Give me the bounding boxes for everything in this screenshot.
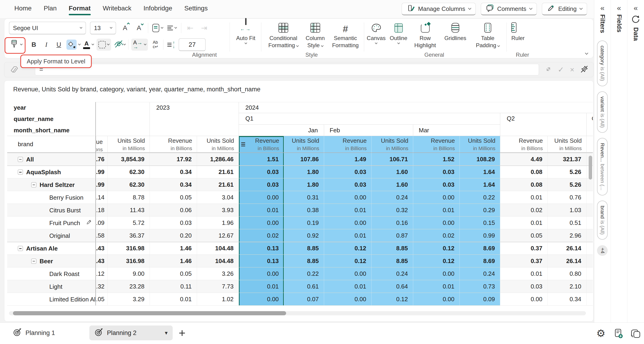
measure-header-units[interactable]: Units Soldin Millions bbox=[197, 136, 239, 153]
filter-pill-category[interactable]: categoryis (All) bbox=[597, 40, 608, 86]
hide-values-button[interactable] bbox=[114, 39, 126, 51]
data-cell[interactable]: 0.34 bbox=[150, 166, 197, 178]
drag-handle-icon[interactable] bbox=[241, 142, 245, 146]
data-cell[interactable]: 0.03 bbox=[500, 280, 548, 293]
data-cell[interactable]: 0.37 bbox=[500, 242, 548, 255]
data-cell[interactable]: 0.19 bbox=[284, 217, 324, 229]
data-cell[interactable]: 3.93 bbox=[197, 204, 239, 217]
data-cell[interactable]: 0.00 bbox=[324, 217, 371, 229]
data-cell[interactable]: 316.98 bbox=[108, 255, 150, 267]
data-cell[interactable]: 26.14 bbox=[548, 255, 586, 267]
menu-tab-plan[interactable]: Plan bbox=[44, 5, 57, 14]
data-cell[interactable]: 21.61 bbox=[197, 166, 239, 178]
header-month-mar[interactable]: Mar bbox=[413, 125, 500, 136]
data-cell[interactable]: .32 bbox=[96, 280, 108, 293]
data-cell[interactable]: 0.03 bbox=[239, 166, 284, 178]
data-cell[interactable]: 0.01 bbox=[500, 267, 548, 280]
measure-header-units[interactable]: Units Soldin Millions bbox=[108, 136, 150, 153]
data-cell[interactable]: 0.76 bbox=[548, 191, 586, 204]
data-cell[interactable]: 1,286.46 bbox=[197, 153, 239, 166]
conditional-formatting-button[interactable]: Conditional Formatting bbox=[266, 21, 301, 49]
data-cell[interactable]: 21.61 bbox=[197, 178, 239, 191]
menu-tab-format[interactable]: Format bbox=[69, 5, 91, 14]
row-height-input[interactable]: 27 bbox=[179, 38, 206, 51]
data-cell[interactable]: 1.46 bbox=[150, 242, 197, 255]
data-cell[interactable]: 0.16 bbox=[371, 217, 413, 229]
data-cell[interactable]: .05 bbox=[96, 293, 108, 306]
data-cell[interactable]: 108.29 bbox=[460, 153, 500, 166]
data-cell[interactable]: 2.96 bbox=[548, 229, 586, 242]
filter-pill-variant[interactable]: variantis (All) bbox=[597, 91, 608, 133]
data-cell[interactable]: 107.86 bbox=[284, 153, 324, 166]
data-cell[interactable]: 3.26 bbox=[197, 267, 239, 280]
data-cell[interactable]: 1.64 bbox=[460, 178, 500, 191]
data-cell[interactable]: 8.85 bbox=[371, 255, 413, 267]
table-padding-button[interactable]: Table Padding bbox=[472, 21, 504, 49]
data-cell[interactable]: 0.00 bbox=[239, 191, 284, 204]
refresh-icon[interactable] bbox=[631, 15, 640, 24]
data-cell[interactable]: 1.96 bbox=[197, 217, 239, 229]
row-header-dark-roast[interactable]: Dark Roast bbox=[7, 267, 96, 280]
fill-color-button[interactable] bbox=[66, 39, 80, 51]
font-size-select[interactable]: 13 bbox=[90, 22, 116, 34]
data-cell[interactable]: 1.52 bbox=[413, 153, 460, 166]
data-cell[interactable]: 1.60 bbox=[371, 166, 413, 178]
data-cell[interactable]: 0.00 bbox=[413, 267, 460, 280]
header-year-2023[interactable]: 2023 bbox=[150, 102, 239, 136]
data-cell[interactable]: 0.03 bbox=[413, 166, 460, 178]
data-cell[interactable]: 1.80 bbox=[284, 166, 324, 178]
measure-header-revenue-selected[interactable]: Revenuein Billions bbox=[239, 136, 284, 153]
data-cell[interactable]: 0.22 bbox=[460, 191, 500, 204]
auto-fit-button[interactable]: ←→ Auto Fit bbox=[232, 21, 259, 44]
data-cell[interactable]: .14 bbox=[96, 191, 108, 204]
data-cell[interactable]: .43 bbox=[96, 242, 108, 255]
horizontal-align-button[interactable] bbox=[167, 22, 177, 34]
data-cell[interactable]: 0.22 bbox=[284, 267, 324, 280]
data-cell[interactable]: 0.03 bbox=[150, 217, 197, 229]
row-height-button[interactable]: ↑↓ bbox=[166, 39, 176, 51]
row-header-aquasplash[interactable]: AquaSplash bbox=[7, 166, 96, 178]
data-cell[interactable]: 0.12 bbox=[324, 255, 371, 267]
data-cell[interactable]: 0.87 bbox=[371, 229, 413, 242]
expand-data-icon[interactable]: « bbox=[634, 4, 638, 11]
menu-tab-infobridge[interactable]: Infobridge bbox=[144, 5, 172, 14]
data-cell[interactable]: 0.51 bbox=[548, 217, 586, 229]
data-cell[interactable]: 0.12 bbox=[371, 293, 413, 306]
settings-gear-icon[interactable]: ⚙ bbox=[596, 328, 605, 339]
data-cell[interactable]: 1.64 bbox=[460, 166, 500, 178]
measure-header-units[interactable]: Units Soldin Millions bbox=[371, 136, 413, 153]
data-cell[interactable]: 0.08 bbox=[500, 178, 548, 191]
data-cell[interactable]: 0.13 bbox=[239, 242, 284, 255]
data-cell[interactable]: 0.34 bbox=[150, 178, 197, 191]
data-cell[interactable]: 104.48 bbox=[197, 255, 239, 267]
data-cell[interactable]: 0.29 bbox=[460, 204, 500, 217]
sheet-tab-planning-2-active[interactable]: Planning 2 ▾ bbox=[89, 326, 173, 340]
brand-column-header[interactable]: brand bbox=[7, 136, 96, 153]
data-cell[interactable]: 0.07 bbox=[284, 293, 324, 306]
data-cell[interactable]: 0.20 bbox=[150, 229, 197, 242]
data-cell[interactable]: 0.02 bbox=[500, 204, 548, 217]
data-cell[interactable]: 0.00 bbox=[413, 217, 460, 229]
add-data-icon[interactable] bbox=[613, 328, 624, 340]
underline-button[interactable]: U bbox=[54, 39, 64, 51]
unpin-icon[interactable] bbox=[580, 65, 588, 74]
filter-pill-reven[interactable]: Reven...between (... bbox=[597, 138, 608, 195]
data-cell[interactable]: 0.24 bbox=[371, 191, 413, 204]
collapse-icon[interactable] bbox=[18, 170, 23, 175]
row-header-limited-edition-alpha[interactable]: Limited Edition Alpha bbox=[7, 293, 96, 306]
data-cell[interactable]: 0.01 bbox=[413, 280, 460, 293]
menu-tab-writeback[interactable]: Writeback bbox=[103, 5, 132, 14]
cancel-icon[interactable]: × bbox=[570, 66, 574, 73]
text-direction-button[interactable]: A→→ bbox=[131, 39, 148, 51]
data-cell[interactable]: 36.37 bbox=[108, 229, 150, 242]
sheet-stack-icon[interactable] bbox=[630, 328, 641, 340]
data-cell[interactable]: 1.80 bbox=[284, 178, 324, 191]
data-cell[interactable]: 0.03 bbox=[413, 178, 460, 191]
data-cell[interactable]: 3.29 bbox=[108, 293, 150, 306]
data-cell[interactable]: 8.69 bbox=[460, 242, 500, 255]
row-header-original[interactable]: Original bbox=[7, 229, 96, 242]
data-cell[interactable]: .18 bbox=[96, 204, 108, 217]
row-header-artisan-ale[interactable]: Artisan Ale bbox=[7, 242, 96, 255]
data-cell[interactable]: 316.98 bbox=[108, 242, 150, 255]
data-cell[interactable]: 5.26 bbox=[548, 178, 586, 191]
